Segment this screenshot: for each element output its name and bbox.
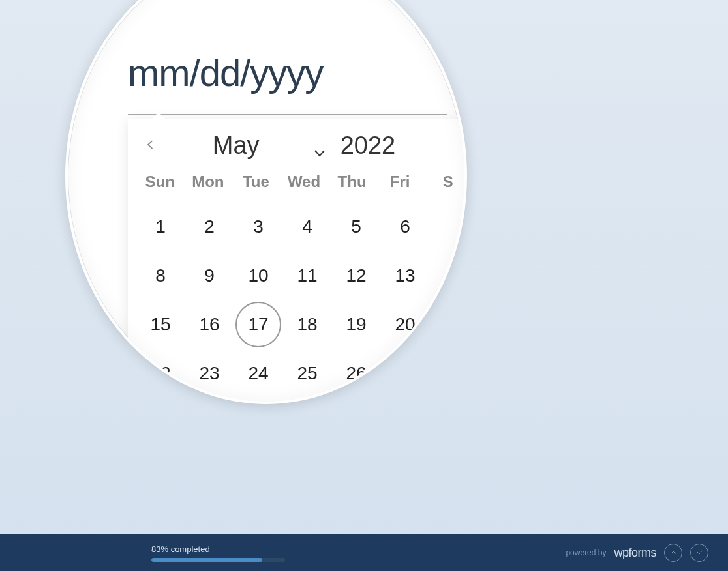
calendar-day[interactable]: 20 (382, 302, 428, 347)
input-underline (128, 114, 447, 115)
calendar-day[interactable]: 23 (187, 351, 232, 396)
calendar-day[interactable]: 26 (333, 351, 379, 396)
year-label[interactable]: 2022 (341, 132, 396, 160)
footer-bar: 83% completed powered by wpforms (0, 534, 728, 571)
weekday-label: Fri (378, 173, 423, 191)
progress-fill (151, 558, 262, 562)
calendar-day (431, 253, 467, 299)
calendar-day[interactable]: 15 (138, 302, 183, 347)
calendar-header: May 2022 (134, 132, 467, 160)
calendar-day[interactable]: 13 (382, 253, 428, 299)
weekday-label: Sun (138, 173, 183, 191)
weekday-label: Wed (282, 173, 327, 191)
calendar-day[interactable]: 17 (235, 302, 281, 347)
calendar-popup: May 2022 SunMonTueWedThuFriS 12345689101… (128, 119, 467, 404)
calendar-days-grid: 12345689101112131516171819202223242526 (134, 204, 467, 396)
powered-by-text: powered by (566, 548, 606, 557)
prev-month-button[interactable] (144, 138, 157, 151)
weekday-label: Tue (234, 173, 279, 191)
calendar-day[interactable]: 5 (333, 204, 379, 250)
magnifier-view: mm/dd/yyyy May 2022 (65, 0, 467, 404)
calendar-day[interactable]: 1 (138, 204, 183, 250)
calendar-day[interactable]: 6 (382, 204, 428, 250)
chevron-up-icon (669, 549, 677, 557)
weekday-row: SunMonTueWedThuFriS (134, 173, 467, 191)
calendar-day (431, 351, 467, 396)
weekday-label: Mon (186, 173, 231, 191)
weekday-label: Thu (329, 173, 374, 191)
calendar-day[interactable]: 22 (138, 351, 183, 396)
calendar-day[interactable]: 18 (284, 302, 330, 347)
weekday-label: S (425, 173, 467, 191)
month-label: May (213, 132, 260, 160)
progress-text: 83% completed (151, 544, 566, 554)
prev-page-button[interactable] (664, 544, 682, 562)
calendar-day[interactable]: 8 (138, 253, 183, 299)
progress-section: 83% completed (151, 544, 566, 562)
calendar-day[interactable]: 19 (333, 302, 379, 347)
calendar-day[interactable]: 10 (235, 253, 281, 299)
month-selector[interactable]: May (213, 132, 327, 160)
calendar-day[interactable]: 9 (187, 253, 232, 299)
chevron-down-icon (312, 138, 327, 154)
chevron-down-icon (695, 549, 703, 557)
divider (417, 59, 600, 59)
calendar-day[interactable]: 25 (284, 351, 330, 396)
calendar-day[interactable]: 12 (333, 253, 379, 299)
calendar-day (431, 204, 467, 250)
calendar-day[interactable]: 24 (235, 351, 281, 396)
date-input-field[interactable]: mm/dd/yyyy (128, 51, 406, 95)
wpforms-logo: wpforms (614, 546, 656, 560)
calendar-day (382, 351, 428, 396)
calendar-day[interactable]: 4 (284, 204, 330, 250)
next-page-button[interactable] (690, 544, 708, 562)
calendar-day[interactable]: 11 (284, 253, 330, 299)
chevron-left-icon (144, 138, 157, 151)
calendar-day[interactable]: 16 (187, 302, 232, 347)
calendar-day[interactable]: 2 (187, 204, 232, 250)
calendar-day (431, 302, 467, 347)
calendar-day[interactable]: 3 (235, 204, 281, 250)
progress-bar (151, 558, 285, 562)
